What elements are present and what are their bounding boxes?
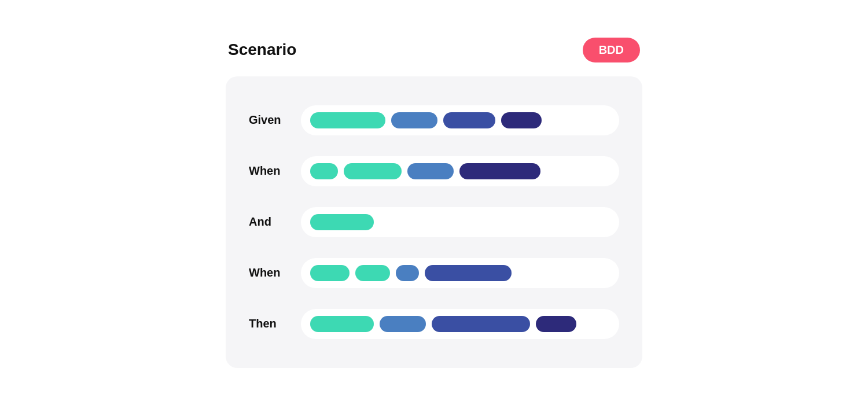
row-label: Given	[249, 113, 295, 127]
pill	[355, 265, 390, 281]
main-container: Scenario BDD GivenWhenAndWhenThen	[226, 38, 642, 368]
pill	[501, 112, 542, 128]
row-label: When	[249, 164, 295, 178]
bdd-badge[interactable]: BDD	[583, 38, 640, 62]
pill	[310, 214, 374, 230]
row-pills-container	[301, 309, 619, 339]
pill	[425, 265, 512, 281]
pill	[443, 112, 495, 128]
header: Scenario BDD	[226, 38, 642, 62]
pill	[432, 316, 530, 332]
row-pills-container	[301, 258, 619, 288]
scenario-row: When	[249, 146, 619, 197]
pill	[310, 316, 374, 332]
pill	[380, 316, 426, 332]
pill	[459, 163, 540, 179]
row-label: Then	[249, 317, 295, 330]
row-pills-container	[301, 207, 619, 237]
pill	[344, 163, 402, 179]
pill	[391, 112, 437, 128]
row-pills-container	[301, 156, 619, 186]
row-label: And	[249, 215, 295, 229]
pill	[310, 265, 350, 281]
scenario-card: GivenWhenAndWhenThen	[226, 76, 642, 368]
row-pills-container	[301, 105, 619, 135]
scenario-row: And	[249, 197, 619, 248]
pill	[396, 265, 419, 281]
scenario-row: Given	[249, 95, 619, 146]
page-title: Scenario	[228, 41, 296, 59]
scenario-row: Then	[249, 299, 619, 349]
pill	[310, 163, 338, 179]
pill	[407, 163, 454, 179]
scenario-row: When	[249, 248, 619, 299]
row-label: When	[249, 266, 295, 279]
pill	[310, 112, 385, 128]
pill	[536, 316, 576, 332]
